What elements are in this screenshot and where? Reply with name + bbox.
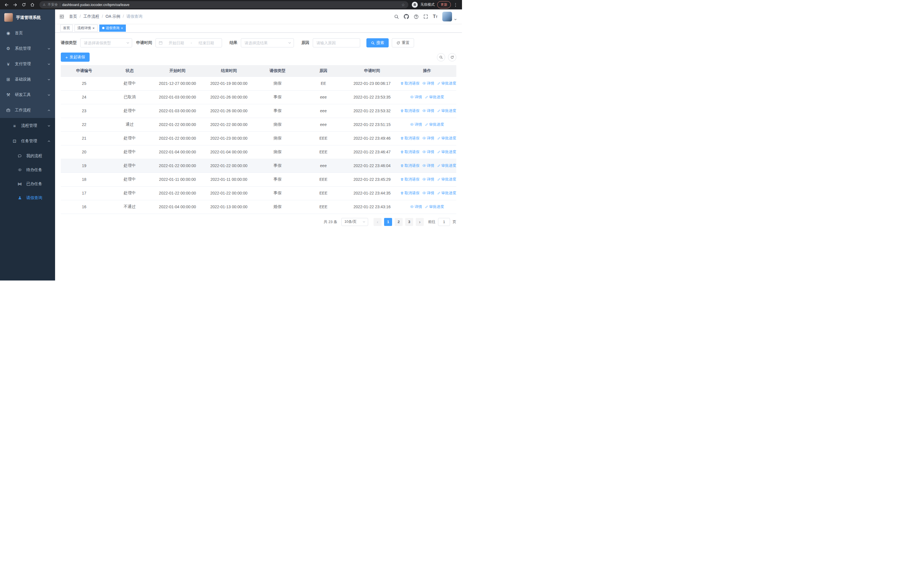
cell-status: 处理中 — [108, 159, 152, 173]
op-progress-label: 审批进度 — [441, 191, 456, 196]
create-leave-button[interactable]: + 发起请假 — [61, 53, 90, 62]
breadcrumb-item-workflow[interactable]: 工作流程 — [83, 14, 106, 19]
sidebar-item-home[interactable]: ◉首页 — [0, 26, 55, 41]
op-detail-link[interactable]: 详情 — [422, 149, 434, 155]
op-progress-link[interactable]: 审批进度 — [425, 122, 444, 127]
op-detail-link[interactable]: 详情 — [410, 122, 422, 127]
address-bar[interactable]: ⚠ 不安全 dashboard.yudao.iocoder.cn/bpm/oa/… — [39, 1, 408, 8]
page-button-2[interactable]: 2 — [394, 218, 403, 226]
start-date-input[interactable] — [164, 41, 189, 45]
op-detail-label: 详情 — [427, 163, 434, 168]
bookmark-star-icon[interactable]: ☆ — [401, 3, 405, 7]
tab-process-detail[interactable]: 流程详情× — [75, 24, 98, 32]
top-navbar: 首页 工作流程 OA 示例 请假查询 TT — [55, 9, 462, 24]
op-detail-link[interactable]: 详情 — [422, 177, 434, 182]
sidebar-item-my-process[interactable]: 我的流程 — [0, 149, 55, 163]
leave-type-select[interactable] — [80, 38, 132, 47]
op-progress-link[interactable]: 审批进度 — [437, 163, 456, 168]
breadcrumb-item-home[interactable]: 首页 — [69, 14, 83, 19]
search-button[interactable]: 搜索 — [366, 38, 388, 47]
page-button-3[interactable]: 3 — [405, 218, 413, 226]
op-progress-link[interactable]: 审批进度 — [437, 149, 456, 155]
close-icon[interactable]: × — [93, 26, 95, 30]
op-detail-link[interactable]: 详情 — [422, 136, 434, 141]
browser-forward-icon[interactable] — [11, 1, 19, 9]
sidebar-item-todo-task[interactable]: 待办任务 — [0, 163, 55, 177]
op-progress-link[interactable]: 审批进度 — [437, 108, 456, 113]
sidebar-item-leave-query[interactable]: 请假查询 — [0, 191, 55, 205]
op-detail-link[interactable]: 详情 — [410, 95, 422, 100]
toggle-search-button[interactable] — [437, 53, 445, 62]
table-row-22: 22通过2022-01-22 00:00:002022-01-22 00:00:… — [61, 118, 456, 131]
op-progress-link[interactable]: 审批进度 — [437, 81, 456, 86]
security-label: 不安全 — [48, 2, 58, 7]
prev-page-button[interactable]: ‹ — [374, 218, 381, 226]
fullscreen-icon[interactable] — [423, 14, 428, 19]
sidebar-logo[interactable]: 芋道管理系统 — [0, 9, 55, 26]
op-cancel-link[interactable]: 取消请假 — [400, 136, 420, 141]
sidebar-item-process-mgmt[interactable]: ≡流程管理 — [0, 118, 55, 133]
cell-status: 处理中 — [108, 173, 152, 186]
page-button-1[interactable]: 1 — [384, 218, 392, 226]
sidebar-item-done-task[interactable]: ⋈已办任务 — [0, 177, 55, 191]
leave-type-select-input[interactable] — [81, 39, 132, 47]
result-select[interactable] — [241, 38, 294, 47]
goto-page-input[interactable] — [438, 218, 450, 226]
op-cancel-link[interactable]: 取消请假 — [400, 81, 420, 86]
sidebar-item-system[interactable]: ⚙系统管理 — [0, 41, 55, 56]
sidebar-item-devtools[interactable]: ⚒研发工具 — [0, 87, 55, 102]
op-progress-link[interactable]: 审批进度 — [437, 136, 456, 141]
op-cancel-link[interactable]: 取消请假 — [400, 149, 420, 155]
tab-leave-query[interactable]: 请假查询× — [99, 24, 126, 32]
browser-home-icon[interactable] — [28, 1, 36, 9]
search-button-label: 搜索 — [376, 40, 384, 45]
op-progress-link[interactable]: 审批进度 — [437, 191, 456, 196]
browser-reload-icon[interactable] — [20, 1, 27, 9]
sidebar-filler — [0, 205, 55, 281]
github-icon[interactable] — [404, 14, 409, 19]
sidebar-item-infra[interactable]: ⊞基础设施 — [0, 72, 55, 87]
op-progress-link[interactable]: 审批进度 — [425, 204, 444, 209]
next-page-button[interactable]: › — [416, 218, 424, 226]
op-cancel-link[interactable]: 取消请假 — [400, 177, 420, 182]
op-progress-label: 审批进度 — [429, 95, 444, 100]
help-icon[interactable] — [414, 14, 418, 19]
op-progress-link[interactable]: 审批进度 — [425, 95, 444, 100]
sidebar-item-label: 我的流程 — [26, 153, 51, 158]
op-detail-link[interactable]: 详情 — [422, 81, 434, 86]
cell-start-time: 2022-01-03 00:00:00 — [152, 104, 203, 118]
sidebar-item-payment[interactable]: ¥支付管理 — [0, 56, 55, 72]
avatar[interactable] — [442, 12, 452, 21]
sidebar-item-task-mgmt[interactable]: ⊡任务管理 — [0, 133, 55, 149]
op-progress-link[interactable]: 审批进度 — [437, 177, 456, 182]
sidebar-item-workflow[interactable]: 工作流程 — [0, 102, 55, 118]
tab-label: 首页 — [63, 26, 70, 30]
browser-menu-icon[interactable]: ⋮ — [453, 2, 459, 8]
font-size-icon[interactable]: TT — [433, 14, 438, 19]
breadcrumb-item-oa-example[interactable]: OA 示例 — [106, 14, 126, 19]
reason-input[interactable] — [313, 38, 360, 47]
search-icon[interactable] — [394, 14, 399, 19]
update-button[interactable]: 更新 — [437, 1, 451, 8]
sidebar-toggle-icon[interactable] — [59, 14, 64, 19]
tab-home[interactable]: 首页 — [60, 24, 73, 32]
reset-button[interactable]: 重置 — [392, 38, 414, 47]
browser-back-icon[interactable] — [3, 1, 10, 9]
column-end-time: 结束时间 — [203, 65, 255, 77]
cell-leave-type: 事假 — [255, 90, 300, 104]
end-date-input[interactable] — [194, 41, 219, 45]
op-cancel-link[interactable]: 取消请假 — [400, 108, 420, 113]
op-cancel-link[interactable]: 取消请假 — [400, 191, 420, 196]
refresh-table-button[interactable] — [448, 53, 456, 62]
op-cancel-link[interactable]: 取消请假 — [400, 163, 420, 168]
page-size-select[interactable] — [341, 218, 368, 226]
op-detail-link[interactable]: 详情 — [422, 191, 434, 196]
op-detail-link[interactable]: 详情 — [410, 204, 422, 209]
close-icon[interactable]: × — [121, 26, 123, 30]
op-detail-link[interactable]: 详情 — [422, 108, 434, 113]
result-select-input[interactable] — [241, 39, 294, 47]
sidebar-item-label: 工作流程 — [15, 108, 47, 113]
op-detail-link[interactable]: 详情 — [422, 163, 434, 168]
cell-start-time: 2022-01-22 00:00:00 — [152, 186, 203, 200]
apply-time-range-picker[interactable]: - — [156, 38, 222, 47]
